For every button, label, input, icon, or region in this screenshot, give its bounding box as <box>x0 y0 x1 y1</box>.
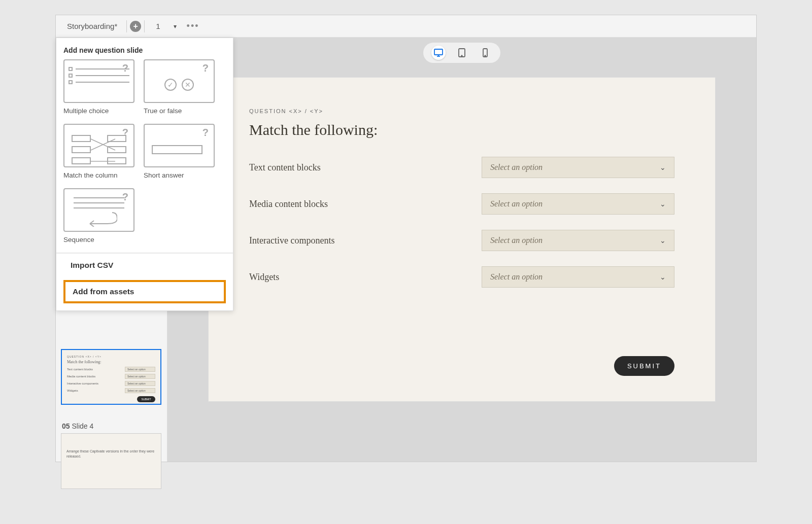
match-row-3: Interactive components Select an option … <box>249 230 674 251</box>
slide-canvas: QUESTION <X> / <Y> Match the following: … <box>208 77 716 402</box>
match-row-4: Widgets Select an option ⌄ <box>249 266 674 288</box>
match-prompt[interactable]: Interactive components <box>249 235 482 246</box>
import-csv-action[interactable]: Import CSV <box>56 253 233 277</box>
question-type-true-false[interactable]: ? ✓ ✕ True or false <box>144 59 215 115</box>
more-actions-icon[interactable]: ••• <box>182 21 205 31</box>
question-type-label: Match the column <box>63 171 134 179</box>
match-lines-icon <box>69 129 129 162</box>
chevron-down-icon: ⌄ <box>660 163 666 171</box>
question-mark-icon: ? <box>202 127 209 138</box>
divider <box>144 20 145 32</box>
question-meta: QUESTION <X> / <Y> <box>249 108 674 114</box>
device-preview-switcher <box>423 43 500 63</box>
divider <box>126 20 127 32</box>
match-prompt[interactable]: Widgets <box>249 272 482 283</box>
question-type-label: Sequence <box>63 236 134 243</box>
add-question-dropdown: Add new question slide ? Multiple choice… <box>56 38 233 311</box>
page-number: 1 <box>148 22 168 30</box>
device-tablet-button[interactable] <box>455 46 469 60</box>
svg-point-7 <box>461 55 462 56</box>
device-mobile-button[interactable] <box>478 46 492 60</box>
desktop-icon <box>434 49 443 57</box>
question-type-multiple-choice[interactable]: ? Multiple choice <box>63 59 134 115</box>
match-select-4[interactable]: Select an option ⌄ <box>482 266 674 288</box>
match-select-1[interactable]: Select an option ⌄ <box>482 157 674 178</box>
question-type-label: True or false <box>144 107 215 115</box>
tablet-icon <box>458 48 465 57</box>
thumb5-text: Arrange these Captivate versions in the … <box>66 449 156 459</box>
dropdown-title: Add new question slide <box>56 38 233 59</box>
svg-rect-3 <box>434 49 443 55</box>
thumb-title: Match the following: <box>67 360 155 364</box>
svg-point-9 <box>485 55 486 56</box>
check-circle-icon: ✓ <box>164 79 177 91</box>
question-type-match-column[interactable]: ? Match the <box>63 124 134 179</box>
match-select-2[interactable]: Select an option ⌄ <box>482 193 674 215</box>
slide-label-5: 05 Slide 4 <box>62 422 93 430</box>
slide-thumbnail-current[interactable]: QUESTION <X> / <Y> Match the following: … <box>61 349 161 405</box>
match-select-3[interactable]: Select an option ⌄ <box>482 230 674 251</box>
mobile-icon <box>483 48 488 57</box>
chevron-down-icon: ⌄ <box>660 200 666 208</box>
top-toolbar: Storyboarding* + 1 ▾ ••• <box>56 15 756 38</box>
question-mark-icon: ? <box>122 62 128 74</box>
add-from-assets-action[interactable]: Add from assets <box>63 280 226 303</box>
question-mark-icon: ? <box>202 62 209 74</box>
sequence-arrow-icon <box>87 212 117 227</box>
submit-button[interactable]: SUBMIT <box>614 356 674 376</box>
question-type-short-answer[interactable]: ? Short answer <box>144 124 215 179</box>
match-prompt[interactable]: Media content blocks <box>249 199 482 209</box>
app-window: Storyboarding* + 1 ▾ ••• Add new questio… <box>56 15 756 462</box>
page-dropdown-chevron-icon[interactable]: ▾ <box>168 23 182 30</box>
slide-thumbnail-5[interactable]: Arrange these Captivate versions in the … <box>61 433 161 489</box>
match-prompt[interactable]: Text content blocks <box>249 162 482 173</box>
question-type-label: Short answer <box>144 171 215 179</box>
project-name: Storyboarding* <box>61 22 123 30</box>
chevron-down-icon: ⌄ <box>660 273 666 281</box>
question-type-sequence[interactable]: ? Sequence <box>63 188 134 243</box>
device-desktop-button[interactable] <box>431 46 446 60</box>
add-slide-button[interactable]: + <box>130 21 141 32</box>
match-row-1: Text content blocks Select an option ⌄ <box>249 157 674 178</box>
x-circle-icon: ✕ <box>182 79 194 91</box>
match-row-2: Media content blocks Select an option ⌄ <box>249 193 674 215</box>
question-title[interactable]: Match the following: <box>249 121 674 138</box>
chevron-down-icon: ⌄ <box>660 236 666 244</box>
question-mark-icon: ? <box>122 191 128 203</box>
canvas-area: QUESTION <X> / <Y> Match the following: … <box>167 38 756 462</box>
thumb-meta: QUESTION <X> / <Y> <box>67 355 155 358</box>
question-type-label: Multiple choice <box>63 107 134 115</box>
